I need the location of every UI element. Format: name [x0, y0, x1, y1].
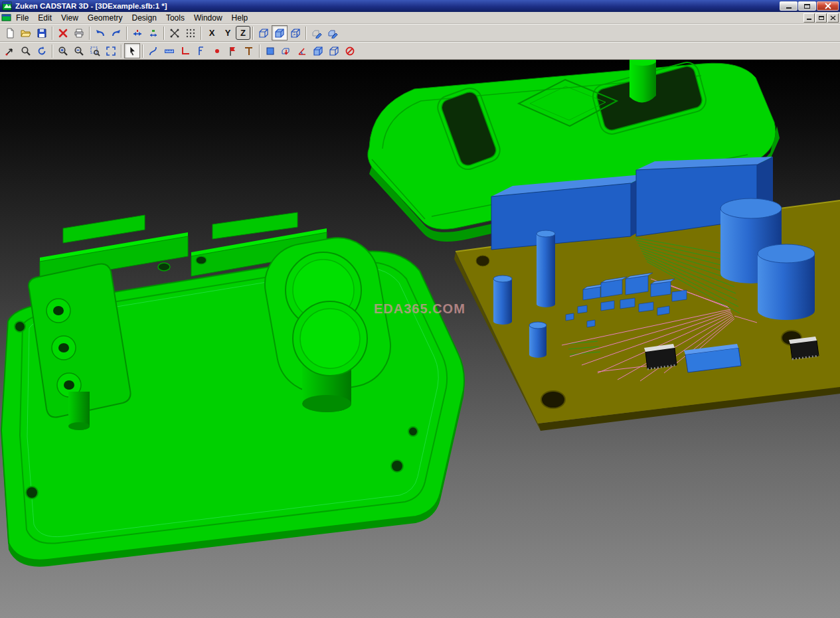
axis-y-label: Y: [225, 28, 231, 38]
shaded-cube-icon: [274, 28, 285, 39]
orbit-mode-button[interactable]: [34, 43, 50, 58]
pcb-hole: [476, 256, 489, 266]
zoom-mode-button[interactable]: [18, 43, 34, 58]
blue-ruler-icon: [164, 46, 175, 56]
window-title: Zuken CADSTAR 3D - [3DExample.sfb:1 *]: [15, 2, 779, 10]
close-button[interactable]: [817, 1, 839, 11]
delete-button[interactable]: [55, 25, 71, 40]
mdi-close-button[interactable]: [827, 13, 839, 23]
snap-point-button[interactable]: [167, 25, 183, 40]
toolbar-view: [0, 42, 840, 60]
measure-horizontal-button[interactable]: [129, 25, 145, 40]
toolbar-separator: [259, 44, 260, 58]
spline-button[interactable]: [145, 43, 161, 58]
menubar: File Edit View Geometry Design Tools Win…: [0, 12, 840, 24]
select-button[interactable]: [124, 43, 140, 58]
toolbar-separator: [121, 44, 122, 58]
axis-z-button[interactable]: Z: [236, 26, 250, 40]
base-screw-hole: [26, 487, 38, 499]
mdi-minimize-icon: [807, 19, 811, 20]
assembly-box-button[interactable]: [326, 43, 342, 58]
minimize-button[interactable]: [780, 1, 798, 11]
titlebar[interactable]: Zuken CADSTAR 3D - [3DExample.sfb:1 *]: [0, 0, 840, 12]
capacitor-large-2: [758, 244, 815, 320]
menu-design[interactable]: Design: [127, 13, 161, 23]
hidden-line-view-button[interactable]: [288, 25, 303, 40]
redo-button[interactable]: [108, 25, 124, 40]
measure-angle-button[interactable]: [177, 43, 193, 58]
base-slot: [196, 256, 207, 264]
mdi-restore-icon: [819, 16, 824, 20]
new-button[interactable]: [2, 25, 18, 40]
menu-tools[interactable]: Tools: [161, 13, 189, 23]
maximize-icon: [804, 4, 810, 9]
extrude-cube-icon: [281, 46, 292, 56]
delete-icon: [58, 28, 68, 39]
hidden-line-cube-icon: [290, 28, 301, 39]
walk-mode-button[interactable]: [2, 43, 18, 58]
point-button[interactable]: [209, 43, 225, 58]
lid-peg: [630, 60, 656, 103]
mdi-restore-button[interactable]: [815, 13, 827, 23]
print-button[interactable]: [71, 25, 87, 40]
sketch-3d-button[interactable]: [325, 25, 341, 40]
app-icon: [2, 1, 13, 11]
face-fill-button[interactable]: [262, 43, 278, 58]
solid-box-button[interactable]: [310, 43, 326, 58]
mdi-minimize-button[interactable]: [803, 13, 815, 23]
zoom-extents-button[interactable]: [103, 43, 119, 58]
menu-file[interactable]: File: [11, 13, 33, 23]
undo-icon: [95, 28, 106, 39]
base-screw-hole: [408, 427, 418, 436]
pcb-model[interactable]: [454, 157, 840, 431]
toolbar-separator: [163, 27, 165, 40]
ic-chip-1: [644, 344, 677, 369]
axes-button[interactable]: [241, 43, 257, 58]
axis-x-button[interactable]: X: [204, 25, 220, 40]
undo-button[interactable]: [92, 25, 108, 40]
open-button[interactable]: [18, 25, 34, 40]
pcb-hole: [541, 391, 565, 408]
menu-view[interactable]: View: [56, 13, 83, 23]
zoom-out-button[interactable]: [71, 43, 87, 58]
toolbar-separator: [142, 44, 143, 58]
axis-y-button[interactable]: Y: [220, 25, 236, 40]
toolbar-separator: [252, 27, 254, 40]
clash-check-off-button[interactable]: [342, 43, 358, 58]
measure-vertical-button[interactable]: [145, 25, 161, 40]
enclosure-base-model[interactable]: [1, 212, 464, 567]
red-dot-icon: [212, 46, 222, 56]
blue-square-icon: [265, 46, 276, 56]
maximize-button[interactable]: [798, 1, 816, 11]
grid-dots-icon: [185, 28, 196, 39]
print-icon: [74, 28, 84, 39]
shaded-view-button[interactable]: [272, 25, 288, 40]
cursor-icon: [127, 46, 137, 56]
wireframe-view-button[interactable]: [256, 25, 272, 40]
axes-icon: [244, 46, 254, 56]
document-icon[interactable]: [1, 13, 11, 23]
extrude-button[interactable]: [278, 43, 294, 58]
flag-icon: [228, 46, 238, 56]
dimension-button[interactable]: [193, 43, 209, 58]
grid-button[interactable]: [183, 25, 199, 40]
menu-help[interactable]: Help: [227, 13, 253, 23]
save-button[interactable]: [34, 25, 50, 40]
sketch-on-face-button[interactable]: [309, 25, 325, 40]
distance-horizontal-icon: [132, 28, 143, 39]
toolbar-separator: [201, 27, 202, 40]
angle-dimension-button[interactable]: [294, 43, 310, 58]
menu-geometry[interactable]: Geometry: [83, 13, 127, 23]
viewport-3d[interactable]: EDA365.COM: [0, 60, 840, 618]
menu-window[interactable]: Window: [189, 13, 227, 23]
ic-chip-2: [789, 337, 819, 359]
base-screw-hole: [391, 460, 403, 472]
distance-vertical-icon: [148, 28, 159, 39]
datum-flag-button[interactable]: [225, 43, 241, 58]
measure-distance-button[interactable]: [161, 43, 177, 58]
open-folder-icon: [21, 28, 31, 39]
menu-edit[interactable]: Edit: [33, 13, 56, 23]
zoom-window-button[interactable]: [87, 43, 103, 58]
walk-arrow-icon: [5, 46, 15, 56]
zoom-in-button[interactable]: [55, 43, 71, 58]
